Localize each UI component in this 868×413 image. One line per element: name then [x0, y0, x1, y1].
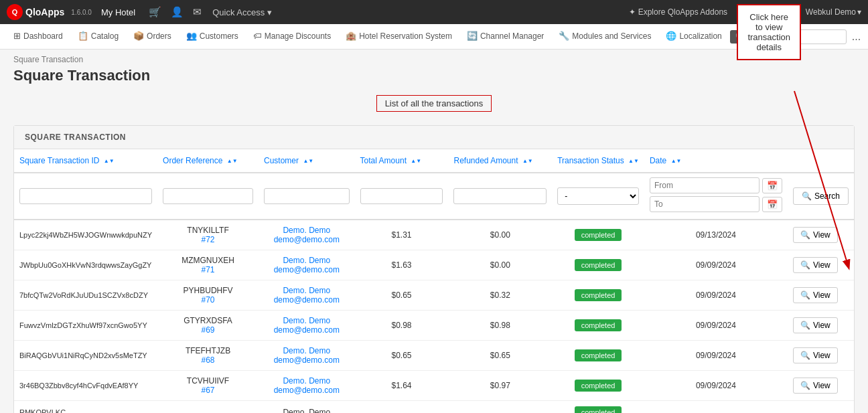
- hotel-icon: 🏨: [346, 31, 356, 41]
- cell-order-ref: TFEFHTJZB#68: [157, 341, 259, 371]
- filter-customer[interactable]: [264, 188, 350, 204]
- filter-date-from[interactable]: [650, 177, 760, 193]
- search-icon: 🔍: [800, 291, 810, 300]
- cell-customer: Demo. Demodemo@demo.com: [259, 250, 355, 280]
- page-title-area: Square Transaction: [0, 64, 868, 91]
- channel-icon: 🔄: [467, 31, 478, 41]
- search-icon: 🔍: [800, 260, 810, 270]
- site-name[interactable]: My Hotel: [101, 7, 135, 17]
- list-label-container: List of all the transactions: [13, 91, 855, 118]
- calendar-to-button[interactable]: 📅: [762, 197, 782, 212]
- order-num[interactable]: #67: [202, 386, 215, 395]
- customer-link[interactable]: Demo. Demodemo@demo.com: [264, 316, 350, 335]
- logo[interactable]: Q QloApps: [7, 4, 64, 20]
- filter-total-amount[interactable]: [360, 188, 443, 204]
- filter-order-ref[interactable]: [163, 188, 253, 204]
- modules-icon: 🔧: [559, 31, 569, 41]
- cell-transaction-status: completed: [552, 371, 644, 401]
- sort-icon: ▲▼: [628, 158, 639, 164]
- filter-refunded-amount[interactable]: [453, 188, 547, 204]
- view-button[interactable]: 🔍 View: [793, 317, 838, 333]
- order-num[interactable]: #68: [202, 355, 215, 365]
- filter-order-ref-cell: [157, 173, 259, 220]
- customer-link[interactable]: Demo. Demodemo@demo.com: [264, 256, 350, 274]
- cell-date: 09/09/2024: [644, 371, 788, 401]
- cell-customer: Demo. Demo: [259, 401, 355, 414]
- customer-link[interactable]: Demo. Demodemo@demo.com: [264, 226, 350, 244]
- calendar-from-button[interactable]: 📅: [762, 178, 782, 193]
- status-badge: completed: [575, 319, 622, 331]
- sort-icon: ▲▼: [522, 158, 533, 164]
- cell-date: 09/09/2024: [644, 250, 788, 280]
- page-title: Square Transaction: [13, 67, 855, 84]
- customer-link[interactable]: Demo. Demodemo@demo.com: [264, 346, 350, 365]
- cell-customer: Demo. Demodemo@demo.com: [259, 371, 355, 401]
- order-num[interactable]: #72: [202, 235, 215, 244]
- col-transaction-status[interactable]: Transaction Status ▲▼: [552, 149, 644, 173]
- filter-search-button[interactable]: 🔍 Search: [793, 187, 849, 205]
- table-body: Lpyc22kj4WbZH5WJOGWnwwkdpuNZYTNYKILLTF#7…: [14, 220, 854, 413]
- cell-refunded-amount: $0.65: [448, 341, 552, 371]
- cell-transaction-id: Lpyc22kj4WbZH5WJOGWnwwkdpuNZY: [14, 220, 157, 250]
- cell-transaction-status: completed: [552, 250, 644, 280]
- sidebar-item-hotel-reservation[interactable]: 🏨 Hotel Reservation System: [339, 24, 459, 50]
- filter-date-to[interactable]: [650, 196, 760, 212]
- star-icon: ✦: [629, 7, 636, 17]
- sidebar-item-manage-discounts[interactable]: 🏷 Manage Discounts: [246, 24, 338, 50]
- status-badge: completed: [575, 406, 622, 413]
- sidebar-item-dashboard[interactable]: ⊞ Dashboard: [7, 24, 70, 50]
- explore-addons-link[interactable]: ✦ Explore QloApps Addons: [629, 7, 727, 17]
- logo-icon: Q: [7, 4, 23, 20]
- view-button[interactable]: 🔍 View: [793, 287, 838, 303]
- sidebar-item-channel-manager[interactable]: 🔄 Channel Manager: [460, 24, 551, 50]
- cell-customer: Demo. Demodemo@demo.com: [259, 220, 355, 250]
- filter-total-cell: [355, 173, 449, 220]
- quick-access-button[interactable]: Quick Access ▾: [212, 7, 272, 17]
- order-ref-text: PYHBUDHFV#70: [163, 286, 253, 305]
- table-row: Lpyc22kj4WbZH5WJOGWnwwkdpuNZYTNYKILLTF#7…: [14, 220, 854, 250]
- user-icon[interactable]: 👤: [171, 6, 184, 18]
- cell-transaction-id: FuwvzVmlzDGTzXhuWf97xcnGwo5YY: [14, 311, 157, 341]
- col-transaction-id[interactable]: Square Transaction ID ▲▼: [14, 149, 157, 173]
- table-row: 3r46BQ3Zbbv8cyf4hCvFqdvEAf8YYTCVHUIIVF#6…: [14, 371, 854, 401]
- search-icon: 🔍: [800, 381, 810, 390]
- cell-refunded-amount: [448, 401, 552, 414]
- cell-total-amount: $0.65: [355, 341, 449, 371]
- view-button[interactable]: 🔍 View: [793, 227, 838, 243]
- sidebar-item-modules[interactable]: 🔧 Modules and Services: [552, 24, 658, 50]
- filter-status-select[interactable]: - completed: [557, 187, 639, 205]
- main-content: SQUARE TRANSACTION Square Transaction ID…: [0, 125, 868, 413]
- col-total-amount[interactable]: Total Amount ▲▼: [355, 149, 449, 173]
- cart-icon[interactable]: 🛒: [149, 6, 161, 18]
- cell-transaction-id: RMKOPVLKC: [14, 401, 157, 414]
- col-customer[interactable]: Customer ▲▼: [259, 149, 355, 173]
- mail-icon[interactable]: ✉: [193, 6, 202, 18]
- sidebar-item-localization[interactable]: 🌐 Localization: [659, 24, 728, 50]
- cell-date: 09/09/2024: [644, 311, 788, 341]
- col-date[interactable]: Date ▲▼: [644, 149, 788, 173]
- view-button[interactable]: 🔍 View: [793, 257, 838, 273]
- more-options-button[interactable]: ...: [849, 31, 863, 43]
- sidebar-item-customers[interactable]: 👥 Customers: [179, 24, 245, 50]
- webkul-demo-button[interactable]: Webkul Demo ▾: [806, 7, 861, 17]
- table-row: FuwvzVmlzDGTzXhuWf97xcnGwo5YYGTYRXDSFA#6…: [14, 311, 854, 341]
- sidebar-item-catalog[interactable]: 📋 Catalog: [71, 24, 125, 50]
- customer-link[interactable]: Demo. Demodemo@demo.com: [264, 286, 350, 305]
- view-button[interactable]: 🔍 View: [793, 378, 838, 394]
- col-order-ref[interactable]: Order Reference ▲▼: [157, 149, 259, 173]
- view-button[interactable]: 🔍 View: [793, 347, 838, 363]
- cell-transaction-status: completed: [552, 220, 644, 250]
- order-num[interactable]: #70: [202, 295, 215, 305]
- catalog-icon: 📋: [78, 31, 88, 41]
- order-num[interactable]: #71: [202, 265, 215, 274]
- order-num[interactable]: #69: [202, 325, 215, 335]
- cell-date: 09/09/2024: [644, 341, 788, 371]
- col-refunded-amount[interactable]: Refunded Amount ▲▼: [448, 149, 552, 173]
- sidebar-item-orders[interactable]: 📦 Orders: [127, 24, 178, 50]
- filter-refunded-cell: [448, 173, 552, 220]
- cell-date: [644, 401, 788, 414]
- date-to-row: 📅: [650, 196, 782, 212]
- customer-link[interactable]: Demo. Demodemo@demo.com: [264, 376, 350, 395]
- filter-transaction-id[interactable]: [19, 188, 152, 204]
- cell-actions: 🔍 View: [788, 220, 854, 250]
